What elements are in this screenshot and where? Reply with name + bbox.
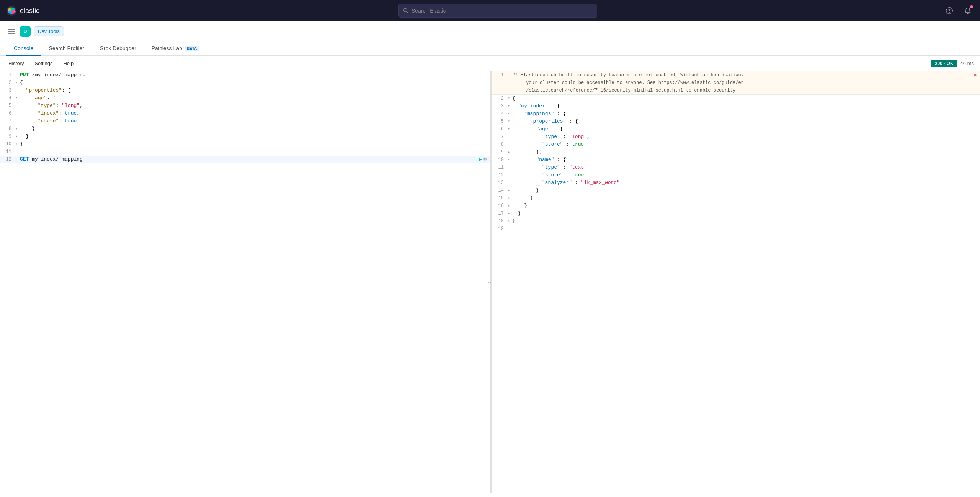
notification-badge (970, 5, 973, 8)
output-line-number-7: 7 (492, 133, 508, 141)
fold-2[interactable]: ▾ (15, 79, 20, 87)
output-content-1c: /elasticsearch/reference/7.16/security-m… (512, 87, 980, 94)
editor-line-10: 10 ▴ } (0, 140, 490, 148)
output-line-4: 4 ▾ "mappings" : { (492, 110, 980, 118)
output-fold-18[interactable]: ▴ (508, 217, 512, 225)
line-number-12: 12 (0, 156, 15, 163)
secondary-bar: D Dev Tools (0, 21, 980, 41)
output-fold-10[interactable]: ▾ (508, 156, 512, 164)
output-fold-3[interactable]: ▾ (508, 102, 512, 110)
notification-button[interactable] (962, 5, 974, 17)
left-panel[interactable]: 1 PUT /my_index/_mapping 2 ▾ { 3 "proper… (0, 71, 490, 493)
tab-painless-lab-label: Painless Lab (152, 45, 182, 51)
line-number-7: 7 (0, 117, 15, 125)
close-warning-button[interactable]: ✕ (974, 71, 977, 79)
line-number-3: 3 (0, 87, 15, 94)
search-icon (403, 8, 408, 13)
output-fold-9[interactable]: ▴ (508, 148, 512, 156)
code-content-8: } (20, 125, 490, 133)
user-avatar[interactable]: D (20, 26, 31, 37)
tab-search-profiler[interactable]: Search Profiler (41, 41, 92, 56)
wrench-button[interactable]: ⚙ (483, 156, 487, 163)
output-fold-15[interactable]: ▴ (508, 194, 512, 202)
editor-line-3: 3 "properties": { (0, 87, 490, 94)
output-content-10: "name" : { (512, 156, 980, 164)
output-line-2: 2 ▾ { (492, 95, 980, 102)
output-line-5: 5 ▾ "properties" : { (492, 118, 980, 125)
fold-9[interactable]: ▴ (15, 133, 20, 140)
tabs-bar: Console Search Profiler Grok Debugger Pa… (0, 41, 980, 56)
output-line-14: 14 ▴ } (492, 187, 980, 194)
elastic-logo: elastic (6, 5, 52, 16)
history-button[interactable]: History (6, 59, 26, 68)
code-content-2: { (20, 79, 490, 87)
hamburger-button[interactable] (6, 26, 17, 37)
code-content-12: GET my_index/_mapping (20, 156, 490, 163)
output-fold-17[interactable]: ▴ (508, 210, 512, 217)
output-line-10: 10 ▾ "name" : { (492, 156, 980, 164)
output-line-number-1: 1 (492, 71, 508, 79)
help-toolbar-button[interactable]: Help (61, 59, 76, 68)
code-content-6: "index": true, (20, 110, 490, 117)
output-content-7: "type" : "long", (512, 133, 980, 141)
line-number-6: 6 (0, 110, 15, 117)
settings-button[interactable]: Settings (32, 59, 55, 68)
line-actions-12: ▶ ⚙ (479, 156, 487, 163)
output-content-1b: your cluster could be accessible to anyo… (512, 79, 980, 87)
output-fold-5[interactable]: ▾ (508, 118, 512, 125)
tab-console[interactable]: Console (6, 41, 41, 56)
output-fold-4[interactable]: ▾ (508, 110, 512, 118)
output-line-9: 9 ▴ }, (492, 148, 980, 156)
output-line-11: 11 "type" : "text", (492, 164, 980, 171)
code-content-3: "properties": { (20, 87, 490, 94)
output-fold-2[interactable]: ▾ (508, 95, 512, 102)
output-line-1b: your cluster could be accessible to anyo… (492, 79, 980, 87)
editor-line-7: 7 "store": true (0, 117, 490, 125)
output-content-4: "mappings" : { (512, 110, 980, 118)
output-line-number-15: 15 (492, 194, 508, 202)
output-line-number-16: 16 (492, 202, 508, 210)
right-panel[interactable]: 1 #! Elasticsearch built-in security fea… (492, 71, 980, 493)
output-line-1c: /elasticsearch/reference/7.16/security-m… (492, 87, 980, 95)
output-content-3: "my_index" : { (512, 102, 980, 110)
output-fold-14[interactable]: ▴ (508, 187, 512, 194)
output-fold-6[interactable]: ▾ (508, 125, 512, 133)
tab-search-profiler-label: Search Profiler (49, 45, 84, 51)
output-content-8: "store" : true (512, 141, 980, 148)
output-content-1: #! Elasticsearch built-in security featu… (512, 71, 980, 79)
output-line-1: 1 #! Elasticsearch built-in security fea… (492, 71, 980, 79)
editor-line-8: 8 ▴ } (0, 125, 490, 133)
editor-line-9: 9 ▴ } (0, 133, 490, 140)
output-content-6: "age" : { (512, 125, 980, 133)
output-content-13: "analyzer" : "ik_max_word" (512, 179, 980, 187)
line-number-5: 5 (0, 102, 15, 110)
output-line-6: 6 ▾ "age" : { (492, 125, 980, 133)
output-line-number-18: 18 (492, 217, 508, 225)
tab-painless-lab[interactable]: Painless Lab BETA (144, 41, 207, 56)
help-button[interactable] (943, 5, 956, 17)
fold-4[interactable]: ▾ (15, 94, 20, 102)
search-input[interactable] (412, 8, 592, 14)
line-number-4: 4 (0, 94, 15, 102)
output-line-13: 13 "analyzer" : "ik_max_word" (492, 179, 980, 187)
output-line-number-4: 4 (492, 110, 508, 118)
help-icon (946, 7, 953, 15)
svg-point-8 (949, 12, 950, 13)
output-line-number-3: 3 (492, 102, 508, 110)
hamburger-icon (8, 28, 15, 35)
editor-line-4: 4 ▾ "age": { (0, 94, 490, 102)
fold-10[interactable]: ▴ (15, 140, 20, 148)
code-content-1: PUT /my_index/_mapping (20, 71, 490, 79)
toolbar: History Settings Help 200 - OK 46 ms (0, 56, 980, 71)
output-line-17: 17 ▴ } (492, 210, 980, 217)
app-title-button[interactable]: Dev Tools (34, 26, 64, 36)
tab-grok-debugger[interactable]: Grok Debugger (92, 41, 144, 56)
output-fold-16[interactable]: ▴ (508, 202, 512, 210)
editor-line-5: 5 "type": "long", (0, 102, 490, 110)
run-button[interactable]: ▶ (479, 156, 482, 163)
output-content-14: } (512, 187, 980, 194)
fold-8[interactable]: ▴ (15, 125, 20, 133)
code-content-7: "store": true (20, 117, 490, 125)
search-bar[interactable] (398, 4, 597, 18)
navbar: elastic (0, 0, 980, 21)
